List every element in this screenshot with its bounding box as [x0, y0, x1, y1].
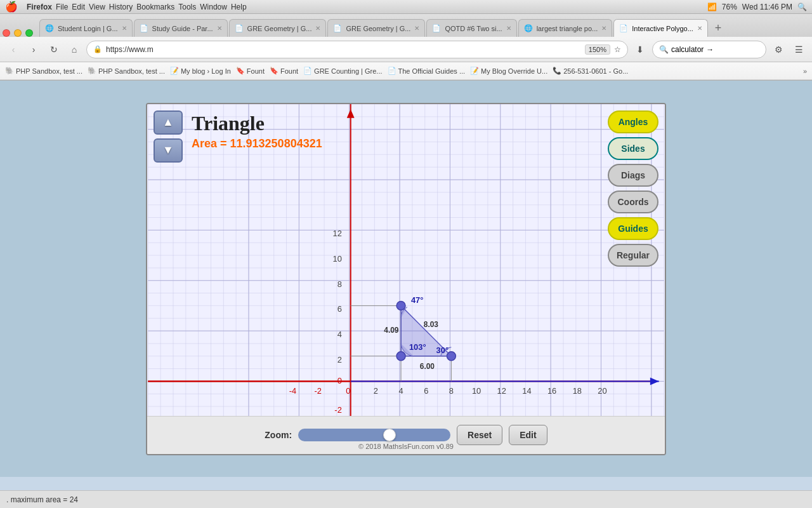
svg-rect-0 — [148, 104, 664, 416]
tab-label: largest triangle po... — [537, 25, 598, 32]
address-bar[interactable]: 🔒 https://www.m 150% ☆ — [86, 41, 628, 58]
bookmark-label: The Official Guides ... — [398, 67, 466, 75]
maximize-window-btn[interactable] — [25, 29, 33, 37]
extensions-btn[interactable]: ⚙ — [770, 41, 787, 58]
angles-btn[interactable]: Angles — [608, 110, 658, 133]
tab-close-btn[interactable]: ✕ — [217, 25, 222, 32]
bookmark-my-blog[interactable]: 📝 My Blog Override U... — [470, 67, 547, 75]
menu-file[interactable]: File — [56, 3, 68, 11]
svg-text:20: 20 — [598, 386, 606, 396]
search-icon: 🔍 — [659, 45, 669, 54]
tab-gre-geometry-2[interactable]: 📄 GRE Geometry | G... ✕ — [327, 19, 425, 37]
bookmark-label: Fount — [247, 67, 265, 75]
svg-text:6: 6 — [337, 304, 342, 314]
search-bar[interactable]: 🔍 calculator → — [652, 41, 766, 58]
bookmark-label: My Blog Override U... — [481, 67, 547, 75]
svg-point-115 — [396, 301, 405, 310]
canvas-area: -4 -2 0 2 4 6 8 10 12 14 16 18 20 0 2 4 … — [147, 104, 665, 416]
tab-label: GRE Geometry | G... — [247, 25, 312, 32]
up-shape-btn[interactable]: ▲ — [154, 110, 183, 135]
reset-btn[interactable]: Reset — [457, 425, 502, 445]
browser-chrome: 🌐 Student Login | G... ✕ 📄 Study Guide -… — [0, 14, 812, 81]
tab-close-btn[interactable]: ✕ — [506, 25, 511, 32]
tab-close-btn[interactable]: ✕ — [414, 25, 419, 32]
close-window-btn[interactable] — [3, 29, 10, 37]
menu-window[interactable]: Window — [200, 3, 227, 11]
menu-view[interactable]: View — [89, 3, 105, 11]
tab-close-btn[interactable]: ✕ — [697, 25, 702, 32]
menu-help[interactable]: Help — [231, 3, 247, 11]
search-icon[interactable]: 🔍 — [797, 3, 807, 11]
svg-text:12: 12 — [332, 229, 341, 238]
downloads-btn[interactable]: ⬇ — [632, 41, 648, 58]
new-tab-btn[interactable]: + — [709, 19, 727, 37]
nav-bar: ‹ › ↻ ⌂ 🔒 https://www.m 150% ☆ ⬇ 🔍 calcu… — [0, 37, 812, 62]
search-text: calculator — [671, 45, 704, 54]
bookmarks-more-btn[interactable]: » — [803, 67, 807, 75]
guides-btn[interactable]: Guides — [608, 217, 658, 240]
svg-text:14: 14 — [522, 386, 531, 396]
home-btn[interactable]: ⌂ — [66, 41, 82, 58]
bookmark-gre-counting[interactable]: 📄 GRE Counting | Gre... — [303, 67, 382, 75]
tab-icon: 🌐 — [45, 24, 54, 32]
sides-btn[interactable]: Sides — [608, 137, 658, 160]
tab-gre-geometry-1[interactable]: 📄 GRE Geometry | G... ✕ — [229, 19, 327, 37]
minimize-window-btn[interactable] — [14, 29, 22, 37]
forward-btn[interactable]: › — [25, 41, 42, 58]
bookmark-star[interactable]: ☆ — [614, 45, 621, 54]
zoom-level[interactable]: 150% — [585, 44, 610, 55]
sides-label: Sides — [621, 144, 645, 154]
bookmark-icon: 🐘 — [88, 67, 96, 75]
svg-text:6.00: 6.00 — [420, 361, 435, 370]
menu-history[interactable]: History — [109, 3, 133, 11]
tab-close-btn[interactable]: ✕ — [601, 25, 606, 32]
menu-btn[interactable]: ☰ — [790, 41, 807, 58]
canvas-svg[interactable]: -4 -2 0 2 4 6 8 10 12 14 16 18 20 0 2 4 … — [147, 104, 665, 416]
menu-edit[interactable]: Edit — [72, 3, 85, 11]
zoom-thumb[interactable] — [383, 429, 396, 441]
regular-btn[interactable]: Regular — [608, 244, 658, 267]
tab-icon: 📄 — [140, 24, 148, 32]
tab-study-guide[interactable]: 📄 Study Guide - Par... ✕ — [134, 19, 228, 37]
coords-btn[interactable]: Coords — [608, 190, 658, 213]
bookmark-phone[interactable]: 📞 256-531-0601 - Go... — [553, 67, 628, 75]
apple-menu[interactable]: 🍎 — [5, 1, 18, 13]
tab-qotd[interactable]: 📄 QOTD #6 Two si... ✕ — [426, 19, 516, 37]
tab-interactive-polygon[interactable]: 📄 Interactive Polygo... ✕ — [613, 19, 708, 37]
bookmark-fount-1[interactable]: 🔖 Fount — [236, 67, 265, 75]
status-text: . maximum area = 24 — [6, 495, 78, 504]
edit-btn[interactable]: Edit — [509, 425, 547, 445]
svg-text:8: 8 — [337, 279, 342, 288]
tab-largest-triangle[interactable]: 🌐 largest triangle po... ✕ — [518, 19, 613, 37]
bookmark-official-guides[interactable]: 📄 The Official Guides ... — [388, 67, 466, 75]
angles-label: Angles — [619, 117, 648, 127]
tab-student-login[interactable]: 🌐 Student Login | G... ✕ — [39, 19, 133, 37]
battery-status: 76% — [722, 3, 737, 11]
bookmark-php-2[interactable]: 🐘 PHP Sandbox, test ... — [88, 67, 165, 75]
tab-label: GRE Geometry | G... — [346, 25, 410, 32]
bookmark-blog[interactable]: 📝 My blog › Log In — [170, 67, 231, 75]
menu-bar: 🍎 Firefox File Edit View History Bookmar… — [0, 0, 812, 14]
tab-close-btn[interactable]: ✕ — [315, 25, 320, 32]
svg-text:4.09: 4.09 — [384, 326, 399, 335]
search-go-btn[interactable]: → — [706, 45, 714, 54]
down-shape-btn[interactable]: ▼ — [154, 138, 183, 163]
svg-text:-2: -2 — [314, 386, 321, 396]
back-btn[interactable]: ‹ — [5, 41, 22, 58]
menu-firefox[interactable]: Firefox — [27, 3, 52, 11]
svg-text:16: 16 — [547, 386, 556, 396]
zoom-slider[interactable] — [298, 429, 450, 441]
svg-text:0: 0 — [346, 386, 350, 396]
svg-point-116 — [396, 351, 405, 360]
clock: Wed 11:46 PM — [742, 3, 792, 11]
bookmark-icon: 📄 — [303, 67, 312, 75]
menu-tools[interactable]: Tools — [178, 3, 196, 11]
bookmark-php-1[interactable]: 🐘 PHP Sandbox, test ... — [5, 67, 82, 75]
status-bar: . maximum area = 24 — [0, 490, 812, 508]
diags-btn[interactable]: Diags — [608, 164, 658, 187]
bookmark-label: Fount — [280, 67, 298, 75]
bookmark-fount-2[interactable]: 🔖 Fount — [270, 67, 298, 75]
menu-bookmarks[interactable]: Bookmarks — [136, 3, 174, 11]
tab-close-btn[interactable]: ✕ — [122, 25, 127, 32]
refresh-btn[interactable]: ↻ — [46, 41, 62, 58]
